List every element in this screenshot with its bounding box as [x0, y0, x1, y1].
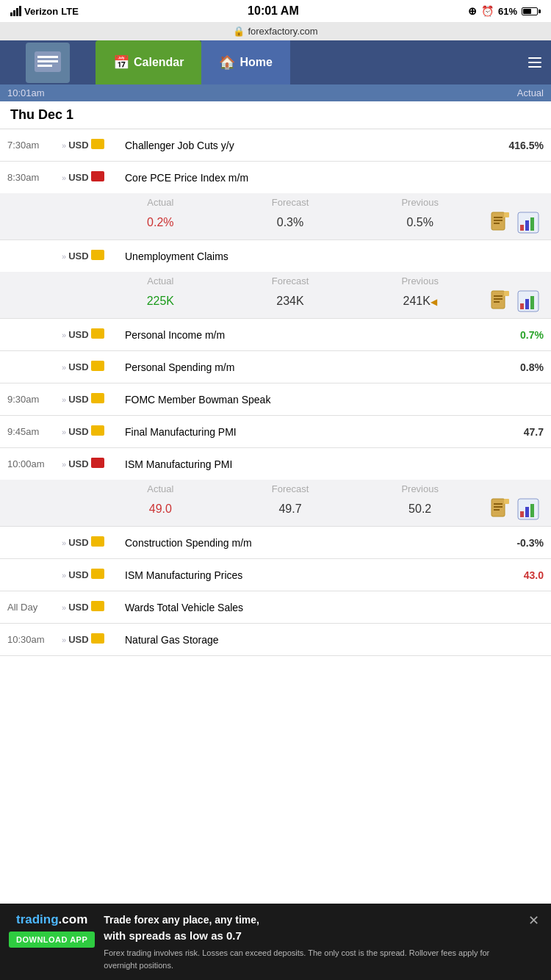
logo-area	[0, 40, 96, 84]
doc-icon[interactable]	[489, 498, 511, 520]
lock-icon: 🔒	[233, 26, 245, 37]
event-actual: 0.7%	[500, 321, 551, 349]
event-actual	[500, 599, 551, 616]
currency-label: USD	[68, 394, 88, 405]
tab-home[interactable]: 🏠 Home	[201, 40, 289, 84]
detail-previous-label: Previous	[355, 275, 485, 287]
event-time	[0, 359, 59, 375]
svg-rect-28	[504, 291, 509, 296]
event-time	[0, 535, 59, 551]
svg-rect-6	[528, 66, 541, 68]
event-row-ism-pmi[interactable]: 10:00am » USD ISM Manufacturing PMI Actu…	[0, 448, 551, 527]
address-bar[interactable]: 🔒 forexfactory.com	[0, 22, 551, 40]
svg-rect-31	[525, 299, 529, 309]
event-row-personal-spending[interactable]: » USD Personal Spending m/m 0.8%	[0, 351, 551, 383]
chart-icon[interactable]	[517, 212, 539, 234]
svg-rect-58	[91, 601, 96, 604]
svg-rect-8	[91, 139, 96, 142]
tab-calendar[interactable]: 📅 Calendar	[96, 40, 201, 84]
event-actual: 416.5%	[500, 131, 551, 159]
currency-label: USD	[68, 537, 88, 548]
detail-actual-label: Actual	[96, 275, 226, 287]
alarm-icon: ⏰	[481, 5, 494, 17]
detail-forecast-val: 234K	[226, 295, 356, 308]
event-actual: 43.0	[500, 561, 551, 589]
event-currency-area: » USD	[59, 448, 122, 480]
impact-icon-red	[91, 456, 106, 472]
detail-previous-val: 0.5%	[355, 216, 485, 229]
event-actual	[500, 170, 551, 186]
impact-icon-red	[91, 170, 106, 185]
svg-rect-14	[494, 220, 503, 221]
svg-rect-5	[528, 62, 541, 63]
detail-previous-label: Previous	[355, 483, 485, 494]
svg-rect-26	[494, 298, 503, 300]
battery-icon	[522, 7, 541, 15]
detail-actual-label: Actual	[96, 197, 226, 208]
svg-rect-50	[520, 511, 524, 517]
event-row-unemployment[interactable]: » USD Unemployment Claims Actual Forecas…	[0, 240, 551, 319]
detail-previous-val: 50.2	[355, 502, 485, 516]
event-time: 10:00am	[0, 450, 59, 478]
doc-icon[interactable]	[489, 290, 511, 312]
home-icon: 🏠	[219, 54, 235, 71]
event-row-natural-gas[interactable]: 10:30am » USD Natural Gas Storage	[0, 624, 551, 656]
location-icon: ⊕	[468, 5, 477, 17]
event-row-construction[interactable]: » USD Construction Spending m/m -0.3%	[0, 527, 551, 559]
event-currency-area: » USD	[59, 129, 122, 161]
calendar-icon: 📅	[113, 54, 129, 71]
event-row-fomc[interactable]: 9:30am » USD FOMC Member Bowman Speak	[0, 383, 551, 416]
svg-rect-30	[520, 303, 524, 309]
event-row-challenger[interactable]: 7:30am » USD Challenger Job Cuts y/y 416…	[0, 129, 551, 162]
detail-icons	[485, 212, 544, 234]
event-time: 9:30am	[0, 386, 59, 413]
currency-arrows: »	[62, 141, 66, 150]
event-actual	[500, 632, 551, 648]
event-actual	[500, 248, 551, 264]
currency-label: USD	[68, 251, 88, 262]
detail-previous-label: Previous	[355, 197, 485, 208]
event-actual: 0.8%	[500, 353, 551, 381]
carrier-label: Verizon	[24, 6, 58, 17]
event-row-ism-prices[interactable]: » USD ISM Manufacturing Prices 43.0	[0, 559, 551, 591]
svg-rect-56	[91, 569, 96, 572]
event-time: 10:30am	[0, 626, 59, 653]
event-name: Natural Gas Storage	[122, 626, 500, 654]
nav-extra-button[interactable]	[519, 40, 551, 84]
impact-icon-yellow	[91, 599, 106, 615]
currency-arrows: »	[62, 363, 66, 372]
detail-forecast-label: Forecast	[226, 275, 356, 287]
event-row-final-pmi[interactable]: 9:45am » USD Final Manufacturing PMI 47.…	[0, 416, 551, 448]
svg-rect-32	[530, 296, 534, 309]
url-text: forexfactory.com	[248, 26, 317, 37]
doc-icon[interactable]	[489, 212, 511, 234]
event-currency-area: » USD	[59, 351, 122, 383]
svg-rect-47	[494, 509, 500, 511]
event-currency-area: » USD	[59, 319, 122, 350]
event-name: Challenger Job Cuts y/y	[122, 131, 500, 159]
svg-rect-36	[91, 361, 96, 364]
chart-icon[interactable]	[517, 290, 539, 312]
chart-icon[interactable]	[517, 498, 539, 520]
detail-actual-val: 225K	[96, 295, 226, 308]
svg-rect-48	[504, 499, 509, 504]
currency-arrows: »	[62, 603, 66, 612]
impact-icon-yellow	[91, 567, 106, 583]
event-row-core-pce[interactable]: 8:30am » USD Core PCE Price Index m/m Ac…	[0, 162, 551, 240]
event-actual	[500, 456, 551, 472]
currency-label: USD	[68, 361, 88, 372]
impact-icon-yellow	[91, 632, 106, 647]
event-currency-area: » USD	[59, 527, 122, 558]
svg-rect-34	[91, 328, 96, 331]
event-row-personal-income[interactable]: » USD Personal Income m/m 0.7%	[0, 319, 551, 351]
event-row-wards[interactable]: All Day » USD Wards Total Vehicle Sales	[0, 591, 551, 624]
nav-bar: 📅 Calendar 🏠 Home	[0, 40, 551, 84]
sub-nav: 10:01am Actual	[0, 84, 551, 101]
logo-icon	[26, 43, 70, 83]
event-actual	[500, 392, 551, 408]
event-time: 9:45am	[0, 418, 59, 445]
currency-label: USD	[68, 634, 88, 645]
currency-arrows: »	[62, 173, 66, 182]
svg-rect-51	[525, 507, 529, 517]
svg-rect-52	[530, 504, 534, 517]
